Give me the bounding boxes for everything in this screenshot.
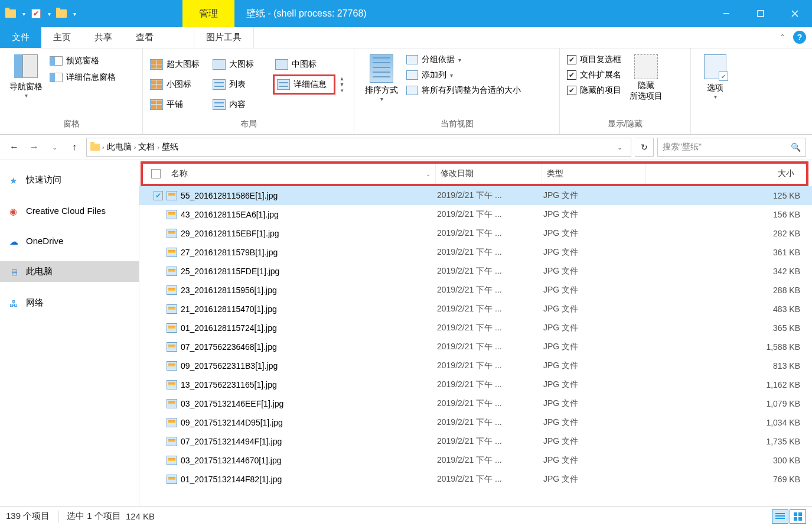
view-extra-large-icons[interactable]: 超大图标 xyxy=(148,54,210,74)
image-file-icon xyxy=(167,437,177,446)
add-columns-button[interactable]: 添加列 ▾ xyxy=(406,70,521,80)
row-checkbox[interactable]: ✔ xyxy=(154,191,163,200)
sidebar-creative-cloud[interactable]: ◉Creative Cloud Files xyxy=(0,201,139,220)
file-type: JPG 文件 xyxy=(543,323,647,333)
tab-home[interactable]: 主页 xyxy=(41,27,83,48)
group-by-button[interactable]: 分组依据 ▾ xyxy=(406,54,521,65)
file-row[interactable]: 29_2016128115EBF[1].jpg2019/2/21 下午 ...J… xyxy=(139,224,812,243)
file-row[interactable]: 27_201612811579B[1].jpg2019/2/21 下午 ...J… xyxy=(139,243,812,262)
file-name: 09_20175132144D95[1].jpg xyxy=(181,418,283,427)
file-row[interactable]: 03_20175132146EEF[1].jpg2019/2/21 下午 ...… xyxy=(139,394,812,413)
qat-properties-icon[interactable]: ✔ xyxy=(25,0,47,27)
view-list[interactable]: 列表 xyxy=(210,74,273,95)
file-date: 2019/2/21 下午 ... xyxy=(437,228,543,239)
column-name[interactable]: 名称 ⌄ xyxy=(143,164,436,184)
details-pane-label: 详细信息窗格 xyxy=(66,72,116,83)
path-documents[interactable]: 文档 xyxy=(138,142,155,152)
file-row[interactable]: ✔55_201612811586E[1].jpg2019/2/21 下午 ...… xyxy=(139,186,812,205)
column-size[interactable]: 大小 xyxy=(646,164,806,184)
refresh-button[interactable]: ↻ xyxy=(635,138,654,157)
hidden-items-toggle[interactable]: ✔隐藏的项目 xyxy=(567,85,621,96)
image-file-icon xyxy=(167,418,177,427)
sidebar-quick-access[interactable]: ★快速访问 xyxy=(0,170,139,190)
extra-large-icon xyxy=(150,59,163,70)
item-checkboxes-toggle[interactable]: ✔项目复选框 xyxy=(567,54,621,65)
file-size: 125 KB xyxy=(647,191,812,200)
search-input[interactable]: 搜索"壁纸" 🔍 xyxy=(657,138,806,157)
file-row[interactable]: 01_2016128115724[1].jpg2019/2/21 下午 ...J… xyxy=(139,319,812,337)
file-name: 27_201612811579B[1].jpg xyxy=(181,248,278,257)
qat-folder-icon[interactable] xyxy=(0,0,21,27)
file-row[interactable]: 09_20175622311B3[1].jpg2019/2/21 下午 ...J… xyxy=(139,356,812,375)
file-row[interactable]: 25_2016128115FDE[1].jpg2019/2/21 下午 ...J… xyxy=(139,262,812,281)
sidebar-this-pc[interactable]: 🖥此电脑 xyxy=(0,261,139,282)
chevron-right-icon[interactable]: › xyxy=(157,144,159,151)
recent-dropdown[interactable]: ⌄ xyxy=(46,139,63,155)
file-date: 2019/2/21 下午 ... xyxy=(437,474,543,485)
tab-picture-tools[interactable]: 图片工具 xyxy=(194,27,254,48)
preview-pane-button[interactable]: 预览窗格 xyxy=(50,56,116,66)
chevron-down-icon[interactable]: ⌄ xyxy=(426,171,431,177)
medium-icon xyxy=(275,59,288,70)
file-row[interactable]: 07_2017513214494F[1].jpg2019/2/21 下午 ...… xyxy=(139,432,812,451)
path-this-pc[interactable]: 此电脑 xyxy=(107,142,132,152)
file-size: 365 KB xyxy=(647,323,812,333)
options-button[interactable]: 选项 ▾ xyxy=(696,52,735,102)
file-row[interactable]: 13_2017562231165[1].jpg2019/2/21 下午 ...J… xyxy=(139,375,812,394)
forward-button[interactable]: → xyxy=(26,139,43,155)
view-small-icons[interactable]: 小图标 xyxy=(148,74,210,95)
status-item-count: 139 个项目 xyxy=(6,511,50,522)
file-date: 2019/2/21 下午 ... xyxy=(437,342,543,352)
view-toggle-details[interactable] xyxy=(772,509,788,524)
checkbox-icon: ✔ xyxy=(567,55,576,64)
sort-by-button[interactable]: 排序方式 ▾ xyxy=(359,52,404,105)
up-button[interactable]: ↑ xyxy=(66,139,83,155)
tab-view[interactable]: 查看 xyxy=(124,27,165,48)
column-type[interactable]: 类型 xyxy=(542,164,646,184)
close-button[interactable] xyxy=(778,0,812,27)
path-dropdown[interactable]: ⌄ xyxy=(612,144,627,151)
tab-share[interactable]: 共享 xyxy=(83,27,124,48)
tab-file[interactable]: 文件 xyxy=(0,27,41,48)
contextual-tab-manage: 管理 xyxy=(182,0,234,27)
view-medium-icons[interactable]: 中图标 xyxy=(273,54,335,74)
file-row[interactable]: 07_2017562236468[1].jpg2019/2/21 下午 ...J… xyxy=(139,337,812,356)
checkbox-icon: ✔ xyxy=(567,70,576,80)
qat-newfolder-icon[interactable] xyxy=(51,0,72,27)
file-row[interactable]: 09_20175132144D95[1].jpg2019/2/21 下午 ...… xyxy=(139,413,812,432)
chevron-right-icon[interactable]: › xyxy=(102,144,105,151)
file-row[interactable]: 21_2016128115470[1].jpg2019/2/21 下午 ...J… xyxy=(139,300,812,319)
sidebar-network[interactable]: 🖧网络 xyxy=(0,293,139,313)
chevron-right-icon[interactable]: › xyxy=(134,144,136,151)
select-all-checkbox[interactable] xyxy=(151,169,161,178)
nav-pane-button[interactable]: 导航窗格 ▾ xyxy=(5,52,47,101)
layout-scroll[interactable]: ▲▼▾ xyxy=(335,76,348,93)
view-tiles[interactable]: 平铺 xyxy=(148,95,210,115)
view-details[interactable]: 详细信息 xyxy=(273,74,335,95)
file-extensions-toggle[interactable]: ✔文件扩展名 xyxy=(567,70,621,80)
address-path[interactable]: › 此电脑 › 文档 › 壁纸 ⌄ xyxy=(86,138,631,157)
minimize-button[interactable] xyxy=(709,0,743,27)
file-list[interactable]: ✔55_201612811586E[1].jpg2019/2/21 下午 ...… xyxy=(139,186,812,517)
ribbon-collapse-icon[interactable]: ⌃ xyxy=(779,33,786,42)
view-large-icons[interactable]: 大图标 xyxy=(210,54,273,74)
file-row[interactable]: 01_20175132144F82[1].jpg2019/2/21 下午 ...… xyxy=(139,470,812,489)
preview-pane-icon xyxy=(50,56,63,66)
view-content[interactable]: 内容 xyxy=(210,95,273,115)
file-row[interactable]: 43_2016128115EA6[1].jpg2019/2/21 下午 ...J… xyxy=(139,205,812,224)
file-type: JPG 文件 xyxy=(543,228,647,239)
maximize-button[interactable] xyxy=(743,0,778,27)
file-row[interactable]: 03_20175132144670[1].jpg2019/2/21 下午 ...… xyxy=(139,451,812,470)
file-row[interactable]: 23_2016128115956[1].jpg2019/2/21 下午 ...J… xyxy=(139,281,812,300)
help-icon[interactable]: ? xyxy=(793,31,806,44)
autosize-columns-button[interactable]: 将所有列调整为合适的大小 xyxy=(406,85,521,96)
sidebar-onedrive[interactable]: ☁OneDrive xyxy=(0,231,139,251)
details-pane-button[interactable]: 详细信息窗格 xyxy=(50,72,116,83)
image-file-icon xyxy=(167,210,177,219)
qat-customize-dropdown[interactable]: ▾ xyxy=(73,11,76,17)
column-date[interactable]: 修改日期 xyxy=(436,164,542,184)
path-wallpaper[interactable]: 壁纸 xyxy=(162,142,178,152)
view-toggle-thumbnails[interactable] xyxy=(790,509,806,524)
hide-selected-button[interactable]: 隐藏所选项目 xyxy=(624,52,668,104)
back-button[interactable]: ← xyxy=(6,139,22,155)
